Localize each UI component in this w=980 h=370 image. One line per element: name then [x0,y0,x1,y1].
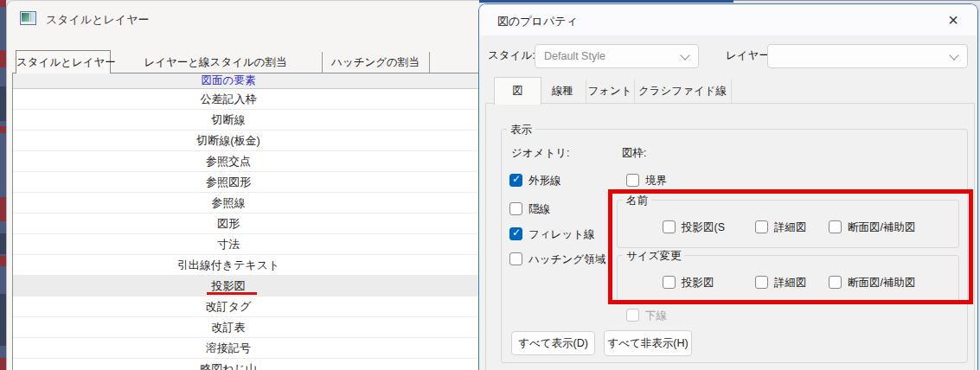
annotation-red-underline [207,292,257,295]
screenshot-canvas: スタイルとレイヤー スタイルとレイヤー レイヤーと線スタイルの割当 ハッチングの… [0,0,980,370]
tab-styles-and-layers[interactable]: スタイルとレイヤー [16,50,111,73]
left-titlebar: スタイルとレイヤー [7,1,479,35]
layer-dropdown[interactable] [767,44,968,68]
style-dropdown-value: Default Style [544,50,605,62]
list-item[interactable]: 引出線付きテキスト [13,255,480,276]
list-item[interactable]: 切断線 [13,110,480,131]
styles-and-layers-panel: スタイルとレイヤー スタイルとレイヤー レイヤーと線スタイルの割当 ハッチングの… [6,0,479,370]
checkbox-outline-lines[interactable] [509,174,522,187]
list-item[interactable]: 参照図形 [13,172,480,193]
chevron-down-icon [680,50,689,60]
list-item[interactable]: 寸法 [13,234,480,255]
drawing-elements-table: 図面の要素 公差記入枠 切断線 切断線(板金) 参照交点 参照図形 参照線 図形… [12,73,480,370]
chevron-down-icon [949,50,958,60]
checkbox-fillet-lines[interactable] [509,227,522,240]
show-all-button[interactable]: すべて表示(D) [511,331,595,355]
list-item[interactable]: 切断線(板金) [13,131,480,151]
checkbox-hatching-area-label: ハッチング領域 [528,252,605,267]
display-group-label: 表示 [507,123,535,137]
style-label: スタイル: [488,48,535,63]
left-window-title: スタイルとレイヤー [46,12,149,28]
list-item[interactable]: 改訂タグ [13,297,480,317]
list-item[interactable]: 溶接記号 [13,338,480,359]
tab-layer-linestyle-assignment[interactable]: レイヤーと線スタイルの割当 [109,52,323,73]
checkbox-hidden-lines-label: 隠線 [528,202,550,217]
list-item-projection-view-selected[interactable]: 投影図 [13,276,480,297]
list-item[interactable]: 参照線 [13,193,480,214]
table-header-drawing-elements[interactable]: 図面の要素 [13,73,480,89]
checkbox-hatching-area[interactable] [509,252,522,265]
style-dropdown[interactable]: Default Style [535,44,699,68]
annotation-red-rectangle [608,189,973,304]
dialog-title: 図のプロパティ [497,14,578,29]
checkbox-underline-label: 下線 [645,309,667,323]
background-app-edge [0,0,6,370]
view-properties-dialog: 図のプロパティ × スタイル: Default Style レイヤー: 図 線種… [478,3,978,370]
list-item[interactable]: 公差記入枠 [13,89,480,110]
list-item[interactable]: 参照交点 [13,151,480,172]
checkbox-outline-lines-label: 外形線 [528,174,561,188]
checkbox-boundary[interactable] [626,174,639,187]
checkbox-boundary-label: 境界 [645,174,667,188]
tab-font[interactable]: フォント [586,80,635,103]
list-item[interactable]: 改訂表 [13,317,480,338]
tab-classified-lines[interactable]: クラシファイド線 [634,80,732,103]
layer-label: レイヤー: [726,48,772,63]
frame-label: 図枠: [622,146,646,161]
close-icon[interactable]: × [941,8,965,32]
checkbox-underline-disabled [626,309,639,322]
tab-view[interactable]: 図 [494,77,541,105]
list-item[interactable]: 図形 [13,214,480,234]
tab-linetype[interactable]: 線種 [540,80,586,103]
background-top-strip [471,0,733,3]
tab-hatching-assignment[interactable]: ハッチングの割当 [322,52,430,73]
geometry-label: ジオメトリ: [511,146,569,161]
checkbox-hidden-lines[interactable] [509,202,522,215]
hide-all-button[interactable]: すべて非表示(H) [604,330,692,356]
list-item[interactable]: 略図ねじ山 [13,359,480,370]
window-icon [20,11,36,25]
checkbox-fillet-lines-label: フィレット線 [528,227,594,242]
